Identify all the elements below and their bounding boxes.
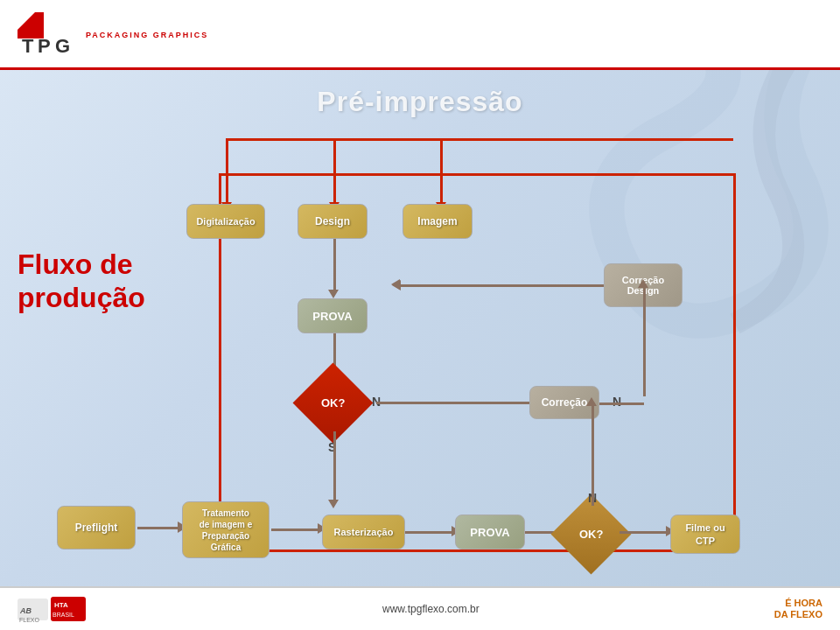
- footer: AB FLEXO HTA BRASIL www.tpgflexo.com.br …: [0, 586, 840, 630]
- main-title: Pré-impressão: [0, 86, 840, 118]
- preflight-box: Preflight: [57, 506, 136, 550]
- ok1-text: OK?: [321, 396, 345, 410]
- arrow-correcao-h: [599, 402, 644, 405]
- packaging-graphics-text: PACKAGING GRAPHICS: [86, 31, 208, 39]
- abflexo-logo: AB FLEXO HTA BRASIL: [18, 594, 88, 625]
- arrow-to-prova: [333, 239, 336, 291]
- red-vline-design: [333, 173, 336, 204]
- red-vline-imagem: [440, 173, 443, 204]
- red-vline-digitalizacao: [226, 173, 228, 204]
- fluxo-label: Fluxo de produção: [18, 248, 145, 315]
- arrow-ok1-correcao: [376, 402, 529, 404]
- svg-text:P: P: [38, 35, 51, 56]
- imagem-box: Imagem: [402, 204, 472, 239]
- svg-text:AB: AB: [19, 606, 32, 615]
- ok2-text: OK?: [579, 528, 603, 541]
- ok1-diamond: OK?: [304, 374, 361, 431]
- red-bottom-hline: [219, 550, 735, 552]
- rasterizacao-box: Rasterização: [322, 514, 405, 550]
- svg-text:BRASIL: BRASIL: [52, 612, 74, 618]
- n2-label: N: [612, 395, 621, 409]
- arrow-trat-rast: [271, 528, 319, 531]
- top-red-line: [219, 173, 735, 176]
- svg-text:HTA: HTA: [54, 601, 68, 609]
- tratamento-box: Tratamento de imagem e Preparação Gráfic…: [182, 501, 270, 558]
- arrow-ok2-up: [592, 402, 594, 506]
- red-vline-top1: [226, 138, 228, 176]
- footer-logos: AB FLEXO HTA BRASIL: [18, 594, 88, 625]
- svg-text:FLEXO: FLEXO: [19, 617, 40, 623]
- svg-text:T: T: [22, 35, 34, 56]
- arrow-prova-head: [328, 290, 339, 298]
- digitalizacao-box: Digitalização: [186, 204, 265, 239]
- red-vline-right: [733, 173, 736, 550]
- arrow-correcao-up: [643, 284, 646, 396]
- svg-text:G: G: [55, 35, 70, 56]
- arrow-pre-trat: [137, 527, 179, 529]
- arrow-ok2-filme: [620, 531, 668, 534]
- tpg-logo: T P G: [18, 12, 79, 56]
- footer-url: www.tpgflexo.com.br: [382, 603, 480, 615]
- arrow-bottom-head: [328, 500, 339, 508]
- red-vline-top3: [440, 138, 443, 176]
- arrow-ok1-down: [333, 431, 336, 501]
- filme-box: Filme ou CTP: [670, 514, 740, 554]
- arrow-ok2-correcao-head: [586, 397, 597, 406]
- arrow-cd-head2: [638, 279, 648, 288]
- arrow-cd-prova: [399, 284, 604, 287]
- footer-ehora: É HORA DA FLEXO: [774, 598, 822, 620]
- red-vline-top2: [333, 138, 336, 176]
- ok2-diamond: OK?: [563, 506, 620, 563]
- header: T P G PACKAGING GRAPHICS: [0, 0, 840, 70]
- content-area: Pré-impressão Fluxo de produção Digitali…: [0, 73, 840, 584]
- arrow-rast-prova2: [405, 531, 453, 534]
- prova2-box: PROVA: [455, 514, 525, 550]
- prova1-box: PROVA: [298, 298, 368, 333]
- arrow-cd-prova-head: [391, 279, 400, 290]
- logo-text-area: PACKAGING GRAPHICS: [86, 29, 208, 39]
- red-hline-top: [226, 138, 733, 141]
- design-box: Design: [298, 204, 368, 239]
- logo-area: T P G PACKAGING GRAPHICS: [18, 12, 208, 56]
